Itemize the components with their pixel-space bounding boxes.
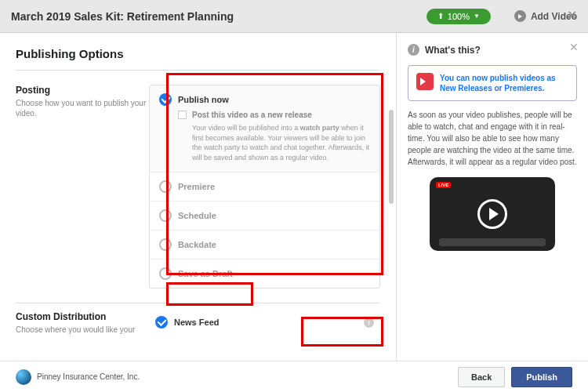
page-title: March 2019 Sales Kit: Retirement Plannin…: [11, 10, 426, 23]
progress-text: 100%: [448, 12, 470, 21]
upload-icon: ⬆: [437, 12, 444, 20]
close-icon[interactable]: ✕: [567, 8, 577, 23]
option-schedule[interactable]: Schedule: [150, 201, 379, 230]
upload-progress[interactable]: ⬆ 100% ▼: [426, 9, 491, 24]
section-label: Custom Distribution: [16, 311, 149, 322]
option-premiere[interactable]: Premiere: [150, 172, 379, 201]
option-news-feed[interactable]: News Feed i: [149, 311, 380, 333]
divider: [16, 70, 380, 71]
checkbox-label: Post this video as a new release: [192, 111, 312, 119]
scrollbar[interactable]: [389, 110, 394, 306]
panel-title: Publishing Options: [16, 47, 380, 60]
radio-icon: [159, 238, 172, 251]
option-label: News Feed: [174, 318, 219, 327]
option-label: Publish now: [178, 95, 229, 104]
video-icon: [416, 73, 434, 90]
checkbox-icon: [178, 111, 187, 119]
option-label: Backdate: [178, 240, 216, 249]
publish-button[interactable]: Publish: [511, 367, 572, 387]
info-icon[interactable]: i: [364, 318, 374, 328]
play-icon: [514, 10, 526, 22]
radio-icon: [159, 209, 172, 222]
option-label: Save as Draft: [178, 269, 233, 278]
radio-icon: [159, 267, 172, 280]
back-button[interactable]: Back: [458, 367, 505, 387]
section-label: Posting: [16, 85, 149, 96]
help-panel: ✕ i What's this? You can now publish vid…: [396, 33, 588, 361]
option-publish-now[interactable]: Publish now: [150, 85, 379, 111]
avatar: [16, 369, 31, 385]
posting-options: Publish now Post this video as a new rel…: [149, 85, 380, 289]
section-sublabel: Choose how you want to publish your vide…: [16, 98, 149, 118]
info-icon: i: [408, 44, 419, 56]
help-description: As soon as your video publishes, people …: [408, 109, 577, 168]
play-icon: [477, 199, 507, 229]
header: March 2019 Sales Kit: Retirement Plannin…: [0, 0, 588, 33]
company-name: Pinney Insurance Center, Inc.: [37, 372, 458, 381]
radio-selected-icon: [159, 93, 172, 106]
section-sublabel: Choose where you would like your: [16, 325, 149, 335]
publishing-panel: Publishing Options Posting Choose how yo…: [0, 33, 396, 361]
option-description: Your video will be published into a watc…: [192, 123, 370, 162]
checkbox-new-release[interactable]: Post this video as a new release: [178, 111, 370, 119]
option-save-draft[interactable]: Save as Draft: [150, 260, 379, 288]
chevron-down-icon: ▼: [474, 13, 480, 20]
preview-image: LIVE: [430, 177, 555, 251]
info-card[interactable]: You can now publish videos as New Releas…: [408, 65, 577, 101]
help-title: What's this?: [425, 45, 481, 56]
option-backdate[interactable]: Backdate: [150, 230, 379, 260]
radio-icon: [159, 180, 172, 193]
close-icon[interactable]: ✕: [569, 41, 579, 53]
option-label: Premiere: [178, 182, 215, 191]
live-badge: LIVE: [436, 182, 451, 188]
option-label: Schedule: [178, 211, 216, 220]
check-selected-icon: [155, 316, 168, 328]
footer: Pinney Insurance Center, Inc. Back Publi…: [0, 361, 588, 392]
info-card-text: You can now publish videos as New Releas…: [440, 73, 568, 93]
